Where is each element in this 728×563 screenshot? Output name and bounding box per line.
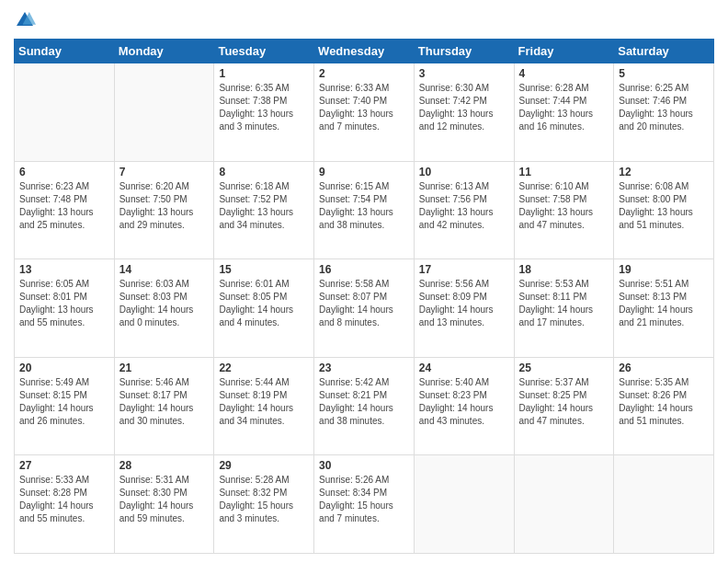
calendar-cell: 25Sunrise: 5:37 AM Sunset: 8:25 PM Dayli… [514,357,614,455]
day-info: Sunrise: 6:25 AM Sunset: 7:46 PM Dayligh… [619,82,709,133]
calendar-cell: 16Sunrise: 5:58 AM Sunset: 8:07 PM Dayli… [314,259,415,358]
calendar-week-4: 20Sunrise: 5:49 AM Sunset: 8:15 PM Dayli… [15,357,714,455]
calendar-cell: 12Sunrise: 6:08 AM Sunset: 8:00 PM Dayli… [614,161,714,259]
calendar-cell: 19Sunrise: 5:51 AM Sunset: 8:13 PM Dayli… [614,259,714,358]
calendar-cell: 1Sunrise: 6:35 AM Sunset: 7:38 PM Daylig… [214,63,314,162]
day-number: 15 [219,263,309,276]
day-info: Sunrise: 6:13 AM Sunset: 7:56 PM Dayligh… [419,180,509,232]
day-info: Sunrise: 6:05 AM Sunset: 8:01 PM Dayligh… [19,278,109,329]
weekday-header-wednesday: Wednesday [314,40,415,63]
calendar-cell: 11Sunrise: 6:10 AM Sunset: 7:58 PM Dayli… [514,161,614,259]
day-number: 17 [419,263,509,276]
day-number: 23 [319,362,409,374]
calendar-cell [414,455,514,554]
day-number: 27 [19,459,109,472]
calendar-cell: 29Sunrise: 5:28 AM Sunset: 8:32 PM Dayli… [214,455,314,554]
calendar-week-1: 1Sunrise: 6:35 AM Sunset: 7:38 PM Daylig… [15,63,714,162]
day-info: Sunrise: 5:40 AM Sunset: 8:23 PM Dayligh… [419,376,509,428]
calendar-table: SundayMondayTuesdayWednesdayThursdayFrid… [14,39,714,554]
day-info: Sunrise: 6:35 AM Sunset: 7:38 PM Dayligh… [219,82,309,133]
weekday-header-saturday: Saturday [614,40,714,63]
calendar-cell: 24Sunrise: 5:40 AM Sunset: 8:23 PM Dayli… [414,357,514,455]
day-number: 13 [19,263,109,276]
day-number: 7 [119,166,210,178]
calendar-cell: 18Sunrise: 5:53 AM Sunset: 8:11 PM Dayli… [514,259,614,358]
day-info: Sunrise: 5:31 AM Sunset: 8:30 PM Dayligh… [119,474,210,525]
calendar-week-2: 6Sunrise: 6:23 AM Sunset: 7:48 PM Daylig… [15,161,714,259]
calendar-cell: 9Sunrise: 6:15 AM Sunset: 7:54 PM Daylig… [314,161,415,259]
calendar-cell: 6Sunrise: 6:23 AM Sunset: 7:48 PM Daylig… [15,161,115,259]
calendar-cell: 30Sunrise: 5:26 AM Sunset: 8:34 PM Dayli… [314,455,415,554]
day-info: Sunrise: 6:10 AM Sunset: 7:58 PM Dayligh… [519,180,609,232]
weekday-row: SundayMondayTuesdayWednesdayThursdayFrid… [15,40,714,63]
day-info: Sunrise: 6:03 AM Sunset: 8:03 PM Dayligh… [119,278,210,329]
calendar-cell: 8Sunrise: 6:18 AM Sunset: 7:52 PM Daylig… [214,161,314,259]
calendar-cell: 10Sunrise: 6:13 AM Sunset: 7:56 PM Dayli… [414,161,514,259]
day-info: Sunrise: 5:26 AM Sunset: 8:34 PM Dayligh… [319,474,409,525]
calendar-cell: 17Sunrise: 5:56 AM Sunset: 8:09 PM Dayli… [414,259,514,358]
day-info: Sunrise: 6:18 AM Sunset: 7:52 PM Dayligh… [219,180,309,232]
calendar-cell: 14Sunrise: 6:03 AM Sunset: 8:03 PM Dayli… [114,259,214,358]
header [14,9,714,31]
day-info: Sunrise: 6:20 AM Sunset: 7:50 PM Dayligh… [119,180,210,232]
day-number: 12 [619,166,709,178]
calendar-cell: 27Sunrise: 5:33 AM Sunset: 8:28 PM Dayli… [15,455,115,554]
day-number: 28 [119,459,210,472]
calendar-cell: 28Sunrise: 5:31 AM Sunset: 8:30 PM Dayli… [114,455,214,554]
day-info: Sunrise: 5:49 AM Sunset: 8:15 PM Dayligh… [19,376,109,428]
day-number: 9 [319,166,409,178]
day-info: Sunrise: 6:30 AM Sunset: 7:42 PM Dayligh… [419,82,509,133]
day-number: 29 [219,459,309,472]
page: SundayMondayTuesdayWednesdayThursdayFrid… [0,0,728,563]
day-info: Sunrise: 5:46 AM Sunset: 8:17 PM Dayligh… [119,376,210,428]
day-number: 24 [419,362,509,374]
calendar-cell [514,455,614,554]
weekday-header-tuesday: Tuesday [214,40,314,63]
day-info: Sunrise: 5:35 AM Sunset: 8:26 PM Dayligh… [619,376,709,428]
day-number: 30 [319,459,409,472]
calendar-body: 1Sunrise: 6:35 AM Sunset: 7:38 PM Daylig… [15,63,714,554]
day-info: Sunrise: 5:37 AM Sunset: 8:25 PM Dayligh… [519,376,609,428]
calendar-cell: 15Sunrise: 6:01 AM Sunset: 8:05 PM Dayli… [214,259,314,358]
day-info: Sunrise: 5:28 AM Sunset: 8:32 PM Dayligh… [219,474,309,525]
day-info: Sunrise: 6:08 AM Sunset: 8:00 PM Dayligh… [619,180,709,232]
calendar-cell: 13Sunrise: 6:05 AM Sunset: 8:01 PM Dayli… [15,259,115,358]
day-info: Sunrise: 6:33 AM Sunset: 7:40 PM Dayligh… [319,82,409,133]
logo [14,9,40,31]
day-info: Sunrise: 6:23 AM Sunset: 7:48 PM Dayligh… [19,180,109,232]
weekday-header-thursday: Thursday [414,40,514,63]
calendar-week-3: 13Sunrise: 6:05 AM Sunset: 8:01 PM Dayli… [15,259,714,358]
calendar-cell: 2Sunrise: 6:33 AM Sunset: 7:40 PM Daylig… [314,63,415,162]
day-info: Sunrise: 5:51 AM Sunset: 8:13 PM Dayligh… [619,278,709,329]
calendar-cell: 23Sunrise: 5:42 AM Sunset: 8:21 PM Dayli… [314,357,415,455]
weekday-header-friday: Friday [514,40,614,63]
day-number: 3 [419,67,509,80]
calendar-cell [614,455,714,554]
calendar-cell: 22Sunrise: 5:44 AM Sunset: 8:19 PM Dayli… [214,357,314,455]
day-info: Sunrise: 5:56 AM Sunset: 8:09 PM Dayligh… [419,278,509,329]
day-number: 21 [119,362,210,374]
calendar-header: SundayMondayTuesdayWednesdayThursdayFrid… [15,40,714,63]
day-number: 26 [619,362,709,374]
weekday-header-monday: Monday [114,40,214,63]
day-number: 18 [519,263,609,276]
day-number: 2 [319,67,409,80]
weekday-header-sunday: Sunday [15,40,115,63]
calendar-cell: 21Sunrise: 5:46 AM Sunset: 8:17 PM Dayli… [114,357,214,455]
day-number: 22 [219,362,309,374]
calendar-cell: 26Sunrise: 5:35 AM Sunset: 8:26 PM Dayli… [614,357,714,455]
calendar-cell [15,63,115,162]
calendar-week-5: 27Sunrise: 5:33 AM Sunset: 8:28 PM Dayli… [15,455,714,554]
day-number: 25 [519,362,609,374]
day-info: Sunrise: 6:01 AM Sunset: 8:05 PM Dayligh… [219,278,309,329]
day-number: 14 [119,263,210,276]
day-info: Sunrise: 5:44 AM Sunset: 8:19 PM Dayligh… [219,376,309,428]
logo-icon [14,9,36,31]
day-info: Sunrise: 5:53 AM Sunset: 8:11 PM Dayligh… [519,278,609,329]
day-number: 11 [519,166,609,178]
day-info: Sunrise: 5:42 AM Sunset: 8:21 PM Dayligh… [319,376,409,428]
day-number: 19 [619,263,709,276]
day-info: Sunrise: 6:28 AM Sunset: 7:44 PM Dayligh… [519,82,609,133]
day-number: 16 [319,263,409,276]
day-info: Sunrise: 6:15 AM Sunset: 7:54 PM Dayligh… [319,180,409,232]
